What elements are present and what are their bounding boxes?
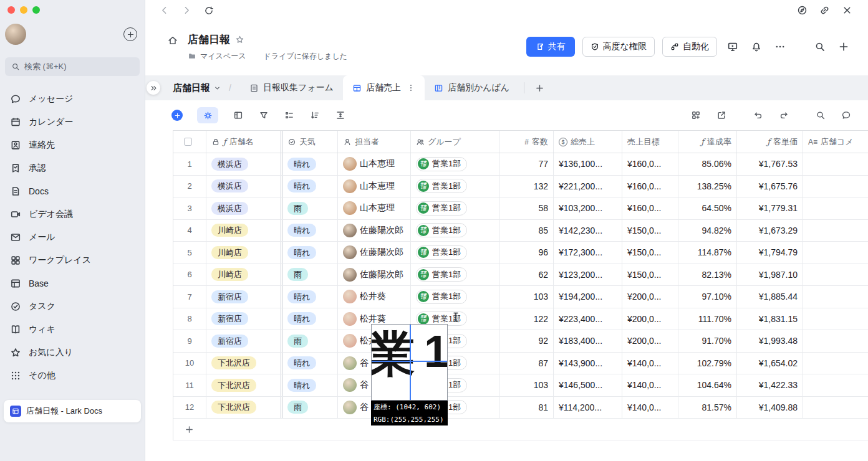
cell-target[interactable]: ¥200,0... xyxy=(622,286,678,308)
column-header-target[interactable]: 売上目標 xyxy=(622,131,678,153)
widgets-button[interactable] xyxy=(690,110,702,121)
column-header-group[interactable]: グループ xyxy=(411,131,499,153)
cell-group[interactable]: 営業1部営業1部 xyxy=(411,242,499,264)
cell-target[interactable]: ¥200,0... xyxy=(622,330,678,352)
cell-comment[interactable] xyxy=(803,197,868,219)
cell-rate[interactable]: 104.64% xyxy=(678,374,737,396)
cell-rate[interactable]: 64.50% xyxy=(678,197,737,219)
column-header-num[interactable] xyxy=(173,131,206,153)
minimize-window-button[interactable] xyxy=(20,6,27,14)
sidebar-item-workplace[interactable]: ワークプレイス xyxy=(0,249,145,272)
back-button[interactable] xyxy=(158,4,170,17)
cell-avg[interactable]: ¥1,987.10 xyxy=(737,264,803,286)
sidebar-item-docs[interactable]: Docs xyxy=(0,179,145,202)
cell-comment[interactable] xyxy=(803,374,868,396)
cell-customers[interactable]: 58 xyxy=(499,197,554,219)
close-window-button[interactable] xyxy=(7,6,15,14)
cell-group[interactable]: 営業1部営業1部 xyxy=(411,286,499,308)
cell-target[interactable]: ¥150,0... xyxy=(622,264,678,286)
cell-sales[interactable]: ¥136,100... xyxy=(554,153,622,175)
cell-group[interactable]: 営業1部営業1部 xyxy=(411,220,499,242)
cell-store[interactable]: 下北沢店 xyxy=(206,374,282,396)
favorite-star-icon[interactable] xyxy=(235,35,244,44)
cell-avg[interactable]: ¥1,422.33 xyxy=(737,374,803,396)
cell-comment[interactable] xyxy=(803,286,868,308)
filter-button[interactable] xyxy=(258,110,269,121)
cell-num[interactable]: 9 xyxy=(173,330,206,352)
cell-target[interactable]: ¥150,0... xyxy=(622,220,678,242)
cell-sales[interactable]: ¥221,200... xyxy=(554,176,622,197)
expand-sidebar-button[interactable] xyxy=(147,81,160,95)
cell-customers[interactable]: 87 xyxy=(499,353,554,374)
cell-rate[interactable]: 102.79% xyxy=(678,353,737,374)
cell-avg[interactable]: ¥1,654.02 xyxy=(737,353,803,374)
undo-button[interactable] xyxy=(753,110,764,121)
cell-num[interactable]: 3 xyxy=(173,197,206,219)
column-header-rate[interactable]: ƒ達成率 xyxy=(678,131,737,153)
column-header-avg[interactable]: ƒ客単価 xyxy=(737,131,803,153)
cell-store[interactable]: 下北沢店 xyxy=(206,353,282,374)
sidebar-item-favorites[interactable]: お気に入り xyxy=(0,341,145,364)
cell-avg[interactable]: ¥1,675.76 xyxy=(737,176,803,197)
cell-num[interactable]: 12 xyxy=(173,397,206,419)
add-row[interactable] xyxy=(173,419,868,440)
present-button[interactable] xyxy=(725,39,741,55)
cell-sales[interactable]: ¥123,200... xyxy=(554,264,622,286)
sidebar-item-wiki[interactable]: ウィキ xyxy=(0,318,145,341)
cell-weather[interactable]: 晴れ xyxy=(282,353,338,374)
cell-num[interactable]: 11 xyxy=(173,374,206,396)
cell-customers[interactable]: 122 xyxy=(499,308,554,330)
cell-num[interactable]: 2 xyxy=(173,176,206,197)
cell-store[interactable]: 新宿店 xyxy=(206,330,282,352)
cell-sales[interactable]: ¥143,900... xyxy=(554,353,622,374)
cell-avg[interactable]: ¥1,831.15 xyxy=(737,308,803,330)
cell-customers[interactable]: 132 xyxy=(499,176,554,197)
cell-weather[interactable]: 雨 xyxy=(282,197,338,219)
cell-rate[interactable]: 82.13% xyxy=(678,264,737,286)
breadcrumb[interactable]: マイスペース xyxy=(200,51,246,62)
cell-person[interactable]: 山本恵理 xyxy=(338,176,411,197)
share-view-button[interactable] xyxy=(716,110,727,121)
cell-store[interactable]: 新宿店 xyxy=(206,308,282,330)
tab-grid-view[interactable]: 店舗売上 xyxy=(343,75,425,100)
cell-comment[interactable] xyxy=(803,308,868,330)
cell-customers[interactable]: 103 xyxy=(499,374,554,396)
cell-customers[interactable]: 62 xyxy=(499,264,554,286)
sidebar-item-contacts[interactable]: 連絡先 xyxy=(0,133,145,156)
cell-target[interactable]: ¥160,0... xyxy=(622,176,678,197)
cell-weather[interactable]: 晴れ xyxy=(282,153,338,175)
cell-store[interactable]: 新宿店 xyxy=(206,286,282,308)
cell-person[interactable]: 山本恵理 xyxy=(338,153,411,175)
cell-weather[interactable]: 晴れ xyxy=(282,220,338,242)
cell-group[interactable]: 営業1部営業1部 xyxy=(411,197,499,219)
cell-target[interactable]: ¥160,0... xyxy=(622,153,678,175)
link-icon[interactable] xyxy=(818,4,831,17)
sidebar-item-approval[interactable]: 承認 xyxy=(0,156,145,179)
cell-num[interactable]: 4 xyxy=(173,220,206,242)
cell-customers[interactable]: 81 xyxy=(499,397,554,419)
cell-sales[interactable]: ¥172,300... xyxy=(554,242,622,264)
cell-comment[interactable] xyxy=(803,220,868,242)
cell-customers[interactable]: 77 xyxy=(499,153,554,175)
sidebar-item-calendar[interactable]: カレンダー xyxy=(0,110,145,133)
cell-weather[interactable]: 晴れ xyxy=(282,176,338,197)
column-header-sales[interactable]: $総売上 xyxy=(554,131,622,153)
sort-button[interactable] xyxy=(309,110,321,121)
cell-customers[interactable]: 85 xyxy=(499,220,554,242)
cell-avg[interactable]: ¥1,794.79 xyxy=(737,242,803,264)
sidebar-item-more[interactable]: その他 xyxy=(0,364,145,387)
search-input[interactable]: 検索 (⌘+K) xyxy=(5,57,140,76)
advanced-permissions-button[interactable]: 高度な権限 xyxy=(582,37,655,57)
cell-store[interactable]: 下北沢店 xyxy=(206,397,282,419)
cell-target[interactable]: ¥140,0... xyxy=(622,397,678,419)
column-header-comment[interactable]: A≡店舗コメ xyxy=(803,131,868,153)
user-avatar[interactable] xyxy=(5,24,26,45)
cell-comment[interactable] xyxy=(803,353,868,374)
cell-rate[interactable]: 97.10% xyxy=(678,286,737,308)
sidebar-item-mail[interactable]: メール xyxy=(0,226,145,249)
comments-button[interactable] xyxy=(841,110,852,121)
search-button[interactable] xyxy=(812,39,828,55)
cell-customers[interactable]: 96 xyxy=(499,242,554,264)
cell-avg[interactable]: ¥1,409.88 xyxy=(737,397,803,419)
tab-form-view[interactable]: 日報収集フォーム xyxy=(240,75,343,100)
